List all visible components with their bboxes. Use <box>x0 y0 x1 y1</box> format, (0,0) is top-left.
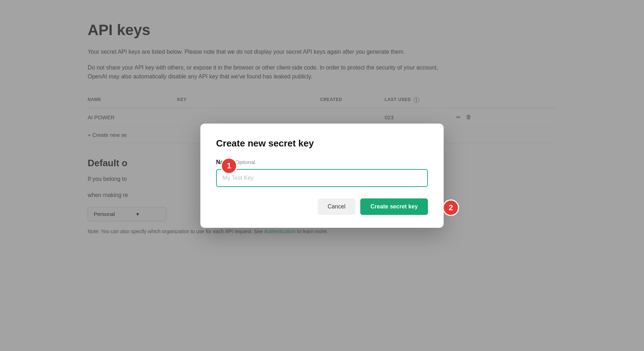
create-secret-key-button[interactable]: Create secret key <box>360 198 428 215</box>
badge-2: 2 <box>443 199 459 216</box>
modal-title: Create new secret key <box>216 138 428 149</box>
modal-actions: Cancel Create secret key <box>216 198 428 215</box>
create-secret-key-modal: Create new secret key Name Optional Canc… <box>200 124 444 228</box>
key-name-input[interactable] <box>216 169 428 187</box>
field-label-row: Name Optional <box>216 159 428 165</box>
optional-label: Optional <box>235 159 255 165</box>
cancel-button[interactable]: Cancel <box>318 198 356 215</box>
modal-overlay: Create new secret key Name Optional Canc… <box>0 0 644 351</box>
badge-1: 1 <box>221 158 237 174</box>
